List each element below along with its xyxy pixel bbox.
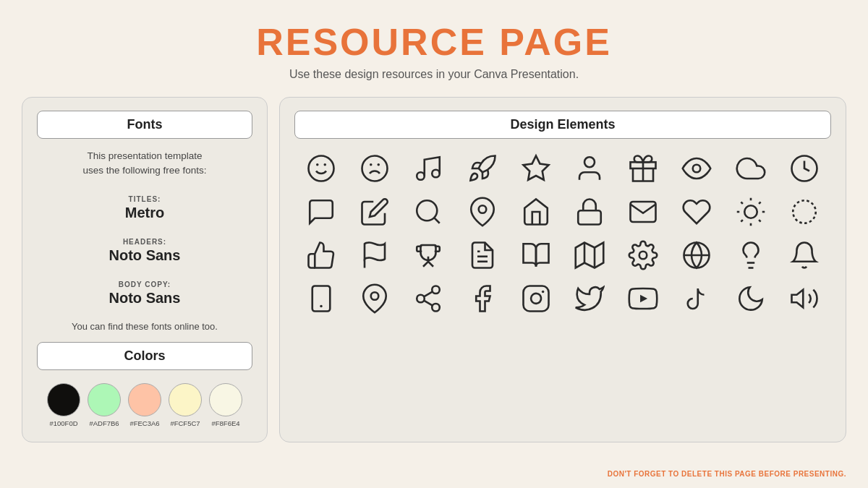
swatch-item: #FEC3A6 bbox=[128, 383, 161, 427]
main-content: Fonts This presentation templateuses the… bbox=[0, 97, 868, 442]
smiley-icon bbox=[299, 149, 343, 188]
svg-line-25 bbox=[741, 220, 742, 221]
svg-line-26 bbox=[759, 202, 760, 203]
svg-marker-50 bbox=[640, 295, 647, 303]
map-icon bbox=[568, 236, 611, 275]
svg-point-14 bbox=[417, 200, 438, 221]
moon-icon bbox=[729, 279, 773, 318]
svg-point-43 bbox=[433, 286, 441, 294]
pin-icon bbox=[461, 192, 504, 231]
svg-line-22 bbox=[759, 220, 760, 221]
twitter-icon bbox=[568, 279, 611, 318]
bell-icon bbox=[783, 236, 826, 275]
person-icon bbox=[568, 149, 611, 188]
icons-row-4 bbox=[294, 279, 831, 318]
sad-face-icon bbox=[353, 149, 396, 188]
swatch-circle bbox=[169, 383, 202, 416]
svg-point-3 bbox=[362, 156, 388, 181]
swatch-label: #100F0D bbox=[49, 419, 77, 427]
swatch-circle bbox=[47, 383, 80, 416]
svg-line-46 bbox=[425, 301, 433, 306]
mobile-icon bbox=[299, 279, 343, 318]
trophy-icon bbox=[407, 236, 450, 275]
page-header: RESOURCE PAGE Use these design resources… bbox=[0, 0, 868, 88]
document-icon bbox=[461, 236, 504, 275]
titles-entry: TITLES: Metro bbox=[37, 192, 252, 221]
facebook-icon bbox=[461, 279, 504, 318]
chat-icon bbox=[299, 192, 343, 231]
swatch-item: #FCF5C7 bbox=[169, 383, 202, 427]
envelope-icon bbox=[621, 192, 665, 231]
headers-label: HEADERS: bbox=[123, 238, 166, 246]
music-icon bbox=[407, 149, 450, 188]
gift-icon bbox=[621, 149, 665, 188]
find-fonts-text: You can find these fonts online too. bbox=[37, 321, 252, 332]
svg-point-0 bbox=[309, 156, 334, 181]
body-label: BODY COPY: bbox=[119, 281, 171, 288]
svg-point-42 bbox=[371, 292, 379, 300]
globe-icon bbox=[675, 236, 718, 275]
page-title: RESOURCE PAGE bbox=[0, 20, 868, 64]
swatch-item: #ADF7B6 bbox=[88, 383, 121, 427]
settings-icon bbox=[621, 236, 665, 275]
fonts-header: Fonts bbox=[37, 111, 252, 139]
right-panel: Design Elements bbox=[279, 97, 846, 442]
lock-icon bbox=[568, 192, 611, 231]
svg-point-12 bbox=[693, 165, 701, 173]
swatch-item: #100F0D bbox=[47, 383, 80, 427]
svg-point-7 bbox=[433, 170, 441, 178]
icons-grid bbox=[294, 149, 831, 318]
headers-entry: HEADERS: Noto Sans bbox=[37, 234, 252, 264]
svg-marker-51 bbox=[791, 290, 803, 308]
youtube-icon bbox=[621, 279, 665, 318]
body-font: Noto Sans bbox=[37, 290, 252, 307]
colors-swatches: #100F0D #ADF7B6 #FEC3A6 #FCF5C7 #F8F6E4 bbox=[37, 383, 252, 427]
design-elements-header: Design Elements bbox=[294, 111, 831, 139]
rocket-icon bbox=[461, 149, 504, 188]
titles-font: Metro bbox=[37, 205, 252, 221]
footer-note: DON'T FORGET TO DELETE THIS PAGE BEFORE … bbox=[608, 470, 846, 478]
swatch-item: #F8F6E4 bbox=[209, 383, 242, 427]
swatch-label: #FCF5C7 bbox=[170, 419, 200, 427]
icons-row-1 bbox=[294, 149, 831, 188]
svg-line-47 bbox=[425, 291, 433, 296]
search-icon bbox=[407, 192, 450, 231]
swatch-label: #FEC3A6 bbox=[129, 419, 159, 427]
titles-label: TITLES: bbox=[129, 195, 161, 203]
clock-icon bbox=[783, 149, 826, 188]
cloud-icon bbox=[729, 149, 773, 188]
fonts-description: This presentation templateuses the follo… bbox=[37, 149, 252, 179]
star-icon bbox=[514, 149, 558, 188]
body-entry: BODY COPY: Noto Sans bbox=[37, 277, 252, 307]
icons-row-2 bbox=[294, 192, 831, 231]
swatch-label: #F8F6E4 bbox=[211, 419, 239, 427]
swatch-circle bbox=[88, 383, 121, 416]
svg-point-35 bbox=[639, 252, 647, 260]
svg-point-27 bbox=[793, 200, 816, 223]
svg-point-9 bbox=[584, 157, 595, 167]
svg-point-6 bbox=[417, 172, 425, 180]
svg-rect-48 bbox=[523, 286, 548, 312]
svg-rect-17 bbox=[578, 210, 601, 224]
lightbulb-icon bbox=[729, 236, 773, 275]
svg-line-21 bbox=[741, 202, 742, 203]
svg-point-45 bbox=[433, 304, 441, 312]
swatch-label: #ADF7B6 bbox=[89, 419, 119, 427]
tiktok-icon bbox=[675, 279, 718, 318]
page-subtitle: Use these design resources in your Canva… bbox=[0, 68, 868, 81]
pencil-icon bbox=[353, 192, 396, 231]
book-icon bbox=[514, 236, 558, 275]
svg-marker-32 bbox=[576, 243, 604, 268]
flag-icon bbox=[353, 236, 396, 275]
eye-icon bbox=[675, 149, 718, 188]
instagram-icon bbox=[514, 279, 558, 318]
swatch-circle bbox=[209, 383, 242, 416]
colors-header: Colors bbox=[37, 342, 252, 370]
svg-line-15 bbox=[435, 218, 441, 223]
swatch-circle bbox=[128, 383, 161, 416]
svg-marker-8 bbox=[523, 156, 548, 180]
svg-point-18 bbox=[744, 205, 757, 218]
thumbsup-icon bbox=[299, 236, 343, 275]
home-icon bbox=[514, 192, 558, 231]
share-icon bbox=[407, 279, 450, 318]
